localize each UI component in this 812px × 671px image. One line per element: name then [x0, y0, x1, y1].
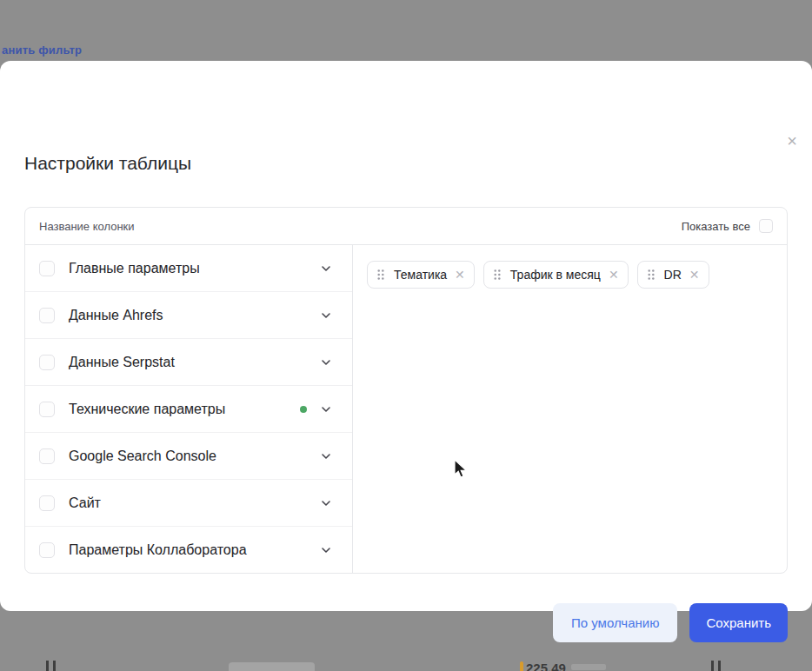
category-checkbox[interactable] — [39, 542, 55, 558]
table-settings-modal: × Настройки таблицы Название колонки Пок… — [0, 61, 812, 611]
chevron-down-icon[interactable] — [319, 543, 333, 557]
selected-columns-area: Тематика ✕ Трафик в месяц ✕ DR ✕ — [353, 245, 787, 573]
category-row-serpstat[interactable]: Данные Serpstat — [25, 339, 352, 386]
category-checkbox[interactable] — [39, 402, 55, 417]
category-row-technical-params[interactable]: Технические параметры — [25, 386, 352, 433]
chevron-down-icon[interactable] — [319, 449, 333, 463]
chip-remove-icon[interactable]: ✕ — [689, 269, 700, 281]
occluded-pill-fragment — [229, 662, 315, 671]
column-name-header: Название колонки — [39, 220, 135, 233]
modal-title: Настройки таблицы — [24, 153, 191, 174]
chip-label: DR — [664, 268, 682, 282]
orange-marker-fragment — [520, 661, 523, 671]
category-row-google-search-console[interactable]: Google Search Console — [25, 433, 352, 480]
category-label: Данные Ahrefs — [69, 308, 163, 323]
category-checkbox[interactable] — [39, 355, 55, 370]
category-checkbox[interactable] — [39, 261, 55, 276]
drag-handle-icon[interactable] — [376, 269, 385, 281]
chip-label: Тематика — [394, 268, 447, 282]
category-checkbox[interactable] — [39, 308, 55, 323]
save-filter-link-fragment[interactable]: анить фильтр — [2, 43, 82, 56]
category-label: Технические параметры — [69, 402, 225, 417]
chevron-down-icon[interactable] — [319, 309, 333, 322]
occluded-graytext-fragment — [571, 664, 606, 670]
save-button[interactable]: Сохранить — [689, 603, 788, 642]
close-icon[interactable]: × — [782, 132, 802, 151]
chevron-down-icon[interactable] — [319, 402, 333, 416]
category-label: Параметры Коллаборатора — [69, 542, 247, 558]
default-button[interactable]: По умолчанию — [553, 603, 677, 642]
category-row-site[interactable]: Сайт — [25, 480, 352, 527]
category-label: Сайт — [69, 495, 101, 511]
chevron-down-icon[interactable] — [319, 262, 333, 276]
chip-remove-icon[interactable]: ✕ — [609, 269, 619, 281]
category-row-collaborator-params[interactable]: Параметры Коллаборатора — [25, 527, 352, 573]
show-all-checkbox[interactable] — [759, 219, 773, 233]
category-checkbox[interactable] — [39, 448, 55, 464]
category-label: Google Search Console — [69, 448, 216, 464]
chevron-down-icon[interactable] — [319, 496, 333, 510]
category-checkbox[interactable] — [39, 495, 55, 511]
category-label: Данные Serpstat — [69, 355, 175, 370]
chip-remove-icon[interactable]: ✕ — [455, 269, 465, 281]
panel-header: Название колонки Показать все — [25, 208, 787, 245]
category-row-ahrefs[interactable]: Данные Ahrefs — [25, 292, 352, 339]
drag-handle-icon[interactable] — [647, 269, 656, 281]
chevron-down-icon[interactable] — [319, 355, 333, 369]
columns-panel: Название колонки Показать все Главные па… — [24, 207, 788, 574]
chip-label: Трафик в месяц — [510, 268, 601, 282]
category-row-main-params[interactable]: Главные параметры — [25, 245, 352, 292]
green-status-dot — [300, 406, 307, 413]
chip-traffic-per-month[interactable]: Трафик в месяц ✕ — [483, 261, 629, 289]
occluded-text-fragment — [46, 661, 56, 671]
category-list: Главные параметры Данные Ahrefs Данные S… — [25, 245, 353, 573]
show-all-label: Показать все — [682, 220, 750, 233]
occluded-text-fragment — [711, 661, 721, 671]
drag-handle-icon[interactable] — [493, 269, 502, 281]
occluded-number-fragment: 225.49 — [526, 661, 566, 671]
chip-tematika[interactable]: Тематика ✕ — [367, 261, 475, 289]
category-label: Главные параметры — [69, 261, 200, 276]
chip-dr[interactable]: DR ✕ — [637, 261, 709, 289]
